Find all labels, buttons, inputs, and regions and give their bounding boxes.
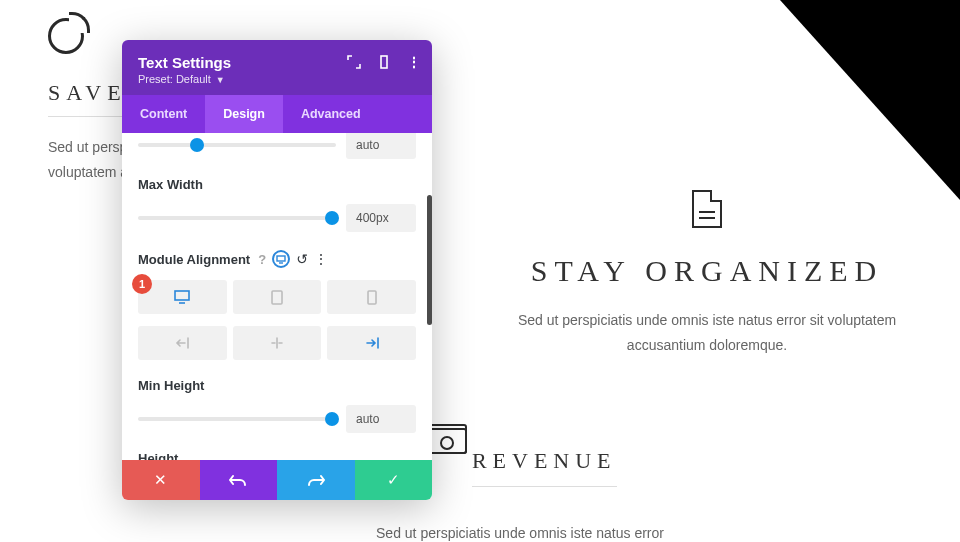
- tab-design[interactable]: Design: [205, 95, 283, 133]
- bg-right-body: Sed ut perspiciatis unde omnis iste natu…: [487, 308, 927, 358]
- preset-value: Default: [176, 73, 211, 85]
- panel-header[interactable]: Text Settings Preset: Default ▼ ⋮: [122, 40, 432, 95]
- align-left[interactable]: [138, 326, 227, 360]
- field-width: auto: [138, 133, 416, 159]
- svg-rect-0: [381, 56, 387, 68]
- align-center[interactable]: [233, 326, 322, 360]
- responsive-device-icon[interactable]: [272, 250, 290, 268]
- caret-down-icon: ▼: [216, 75, 225, 85]
- device-tablet[interactable]: [233, 280, 322, 314]
- undo-button[interactable]: [200, 460, 278, 500]
- bg-bottom-heading: REVENUE: [472, 448, 617, 487]
- redo-button[interactable]: [277, 460, 355, 500]
- panel-footer: ✕ ✓: [122, 460, 432, 500]
- step-badge: 1: [132, 274, 152, 294]
- module-alignment-label: Module Alignment: [138, 252, 250, 267]
- panel-tabs: Content Design Advanced: [122, 95, 432, 133]
- height-label: Height: [138, 451, 416, 460]
- scrollbar-thumb[interactable]: [427, 195, 432, 325]
- max-width-value[interactable]: 400px: [346, 204, 416, 232]
- document-icon: [692, 190, 722, 228]
- preset-label: Preset:: [138, 73, 173, 85]
- slider-thumb[interactable]: [325, 412, 339, 426]
- max-width-label: Max Width: [138, 177, 416, 192]
- preset-selector[interactable]: Preset: Default ▼: [138, 73, 416, 85]
- svg-rect-1: [277, 256, 285, 261]
- pie-chart-icon: [48, 18, 84, 54]
- panel-body[interactable]: auto Max Width 400px Module Alignment ?: [122, 133, 432, 460]
- slider-thumb[interactable]: [190, 138, 204, 152]
- snap-icon[interactable]: [376, 54, 392, 70]
- expand-icon[interactable]: [346, 54, 362, 70]
- kebab-icon[interactable]: ⋮: [406, 54, 422, 70]
- alignment-segmented: [138, 326, 416, 360]
- device-segmented: 1: [138, 280, 416, 314]
- cancel-button[interactable]: ✕: [122, 460, 200, 500]
- field-max-width: Max Width 400px: [138, 177, 416, 232]
- svg-rect-3: [272, 291, 282, 304]
- align-right[interactable]: [327, 326, 416, 360]
- bg-bottom-body: Sed ut perspiciatis unde omnis iste natu…: [370, 521, 670, 542]
- min-height-value[interactable]: auto: [346, 405, 416, 433]
- svg-rect-4: [368, 291, 376, 304]
- width-value[interactable]: auto: [346, 133, 416, 159]
- reset-icon[interactable]: ↻: [296, 251, 308, 267]
- field-height: Height auto: [138, 451, 416, 460]
- width-slider[interactable]: [138, 143, 336, 147]
- min-height-slider[interactable]: [138, 417, 336, 421]
- slider-thumb[interactable]: [325, 211, 339, 225]
- device-desktop[interactable]: 1: [138, 280, 227, 314]
- bg-right-heading: STAY ORGANIZED: [487, 254, 927, 288]
- device-phone[interactable]: [327, 280, 416, 314]
- settings-panel: Text Settings Preset: Default ▼ ⋮ Conten…: [122, 40, 432, 500]
- field-min-height: Min Height auto: [138, 378, 416, 433]
- tab-advanced[interactable]: Advanced: [283, 95, 379, 133]
- tab-content[interactable]: Content: [122, 95, 205, 133]
- max-width-slider[interactable]: [138, 216, 336, 220]
- save-button[interactable]: ✓: [355, 460, 433, 500]
- kebab-icon[interactable]: ⋮: [314, 251, 328, 267]
- min-height-label: Min Height: [138, 378, 416, 393]
- svg-rect-2: [175, 291, 189, 300]
- field-module-alignment: Module Alignment ? ↻ ⋮ 1: [138, 250, 416, 360]
- help-icon[interactable]: ?: [258, 252, 266, 267]
